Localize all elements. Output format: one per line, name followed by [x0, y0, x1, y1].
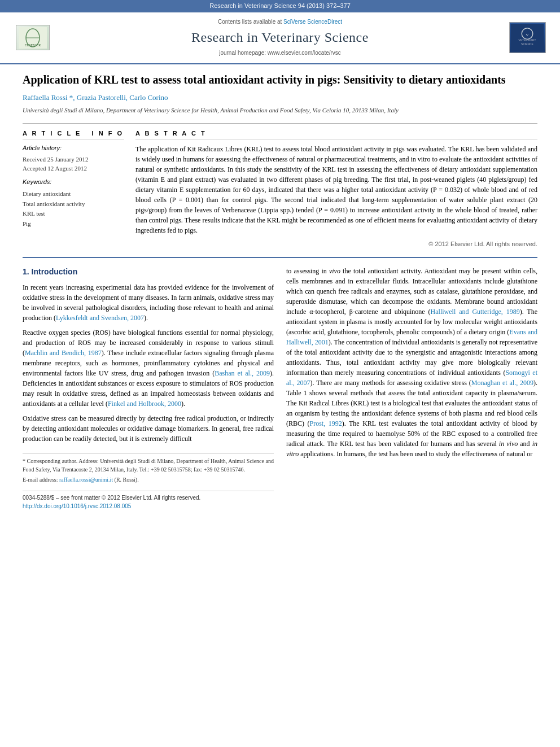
article-title: Application of KRL test to assess total …	[23, 72, 537, 87]
journal-homepage: journal homepage: www.elsevier.com/locat…	[55, 49, 505, 58]
copyright-line: © 2012 Elsevier Ltd. All rights reserved…	[135, 240, 537, 249]
email-label: E-mail address:	[23, 477, 59, 483]
footnote-email: E-mail address: raffaella.rossi@unimi.it…	[23, 475, 274, 484]
bottom-bar: 0034-5288/$ – see front matter © 2012 El…	[23, 491, 274, 510]
ref-monaghan[interactable]: Monaghan et al., 2009	[471, 379, 533, 387]
ref-lykkesfeldt[interactable]: Lykkesfeldt and Svendsen, 2007	[56, 314, 144, 322]
body-col-left: 1. Introduction In recent years increasi…	[23, 266, 274, 510]
elsevier-logo-image: ELSEVIER	[16, 25, 50, 50]
svg-text:ELSEVIER: ELSEVIER	[25, 43, 41, 47]
body-col-right: to assessing in vivo the total antioxida…	[286, 266, 537, 510]
issn-line: 0034-5288/$ – see front matter © 2012 El…	[23, 493, 274, 502]
ref-finkel[interactable]: Finkel and Holbrook, 2000	[108, 400, 181, 408]
authors-line: Raffaella Rossi *, Grazia Pastorelli, Ca…	[23, 93, 537, 103]
sciverse-line: Contents lists available at SciVerse Sci…	[55, 18, 505, 27]
keywords-list: Dietary antioxidant Total antioxidant ac…	[23, 189, 124, 229]
ref-halliwell[interactable]: Halliwell and Gutteridge, 1989	[431, 308, 520, 316]
ref-bashan[interactable]: Bashan et al., 2009	[215, 369, 270, 377]
svg-text:VETERINARY: VETERINARY	[518, 40, 536, 42]
ref-evans[interactable]: Evans and Halliwell, 2001	[286, 328, 537, 346]
doi-line: http://dx.doi.org/10.1016/j.rvsc.2012.08…	[23, 502, 274, 510]
ref-prost[interactable]: Prost, 1992	[310, 420, 342, 427]
doi-link[interactable]: http://dx.doi.org/10.1016/j.rvsc.2012.08…	[23, 503, 131, 509]
journal-header: ELSEVIER Contents lists available at Sci…	[0, 12, 560, 64]
email-link[interactable]: raffaella.rossi@unimi.it	[59, 477, 113, 483]
vet-logo-container: V VETERINARY SCIENCE	[505, 22, 550, 53]
footnote-corresponding: * Corresponding author. Address: Univers…	[23, 457, 274, 474]
body-divider	[23, 257, 537, 258]
sciverse-link[interactable]: SciVerse ScienceDirect	[283, 19, 342, 25]
keywords-label: Keywords:	[23, 178, 124, 187]
affiliation-text: Università degli Studi di Milano, Depart…	[23, 106, 537, 115]
intro-para-3: Oxidative stress can be measured directl…	[23, 413, 274, 444]
banner-text: Research in Veterinary Science 94 (2013)…	[209, 2, 351, 9]
article-info-col: A R T I C L E I N F O Article history: R…	[23, 129, 124, 250]
abstract-col: A B S T R A C T The application of Kit R…	[135, 129, 537, 250]
article-info-abstract: A R T I C L E I N F O Article history: R…	[23, 129, 537, 250]
ref-machlin[interactable]: Machlin and Bendich, 1987	[25, 349, 102, 357]
main-content: Application of KRL test to assess total …	[0, 64, 560, 519]
authors-text: Raffaella Rossi *, Grazia Pastorelli, Ca…	[23, 93, 168, 102]
email-name: (R. Rossi).	[115, 477, 139, 483]
footnote-section: * Corresponding author. Address: Univers…	[23, 453, 274, 484]
body-two-col: 1. Introduction In recent years increasi…	[23, 266, 537, 510]
history-label: Article history:	[23, 144, 124, 153]
contents-text: Contents lists available at	[218, 19, 283, 25]
elsevier-logo-container: ELSEVIER	[10, 25, 55, 50]
abstract-text: The application of Kit Radicaux Libres (…	[135, 144, 537, 235]
article-info-header: A R T I C L E I N F O	[23, 129, 124, 140]
journal-banner: Research in Veterinary Science 94 (2013)…	[0, 0, 560, 12]
divider-1	[23, 123, 537, 124]
intro-title: 1. Introduction	[23, 266, 274, 278]
vet-logo-image: V VETERINARY SCIENCE	[509, 22, 546, 53]
journal-title-area: Contents lists available at SciVerse Sci…	[55, 18, 505, 58]
svg-text:V: V	[526, 33, 529, 37]
received-date: Received 25 January 2012 Accepted 12 Aug…	[23, 155, 124, 173]
abstract-header: A B S T R A C T	[135, 129, 537, 140]
journal-title: Research in Veterinary Science	[55, 28, 505, 47]
svg-text:SCIENCE: SCIENCE	[521, 43, 533, 46]
intro-para-2: Reactive oxygen species (ROS) have biolo…	[23, 327, 274, 409]
intro-para-1: In recent years increasing experimental …	[23, 282, 274, 323]
intro-para-right-1: to assessing in vivo the total antioxida…	[286, 266, 537, 459]
